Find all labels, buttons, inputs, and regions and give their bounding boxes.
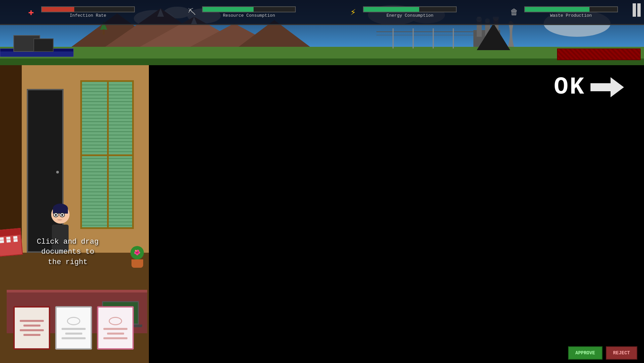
hud-bar: ✚ Infection Rate ⛏ Resource Consumption … (0, 0, 644, 25)
reject-button[interactable]: REJECT (606, 346, 637, 360)
doc2-line1 (62, 328, 85, 330)
door-knob (56, 171, 59, 173)
trash-icon: 🗑 (508, 5, 520, 19)
plant-leaves: 🌺 (130, 246, 144, 259)
waste-production-hud: 🗑 Waste Production (486, 5, 641, 19)
resource-consumption-hud: ⛏ Resource Consumption (164, 5, 318, 19)
doc2-line3 (62, 337, 85, 339)
window-cross-v (107, 82, 109, 228)
char-eye-left (53, 213, 59, 217)
health-icon: ✚ (25, 5, 37, 19)
document-tray (13, 306, 134, 350)
arrow-head (611, 77, 624, 97)
ok-button[interactable]: OK (554, 74, 624, 101)
doc2-line2 (65, 333, 82, 335)
arrow-body (590, 83, 612, 91)
plant: 🌺 (130, 246, 144, 268)
energy-bar-container (363, 6, 457, 12)
energy-consumption-hud: ⚡ Energy Consumption (326, 5, 480, 19)
energy-consumption-label: Energy Consumption (386, 13, 433, 18)
infection-rate-label: Infection Rate (70, 13, 106, 18)
resource-bar-container (202, 6, 296, 12)
infection-rate-hud: ✚ Infection Rate (3, 5, 158, 19)
pause-button[interactable] (633, 3, 641, 17)
lightning-icon: ⚡ (347, 5, 359, 19)
doc1-line4 (23, 334, 40, 336)
ok-arrow-icon (590, 77, 624, 97)
window (80, 80, 134, 229)
infection-bar-container (41, 6, 135, 12)
pause-bar-1 (633, 3, 636, 17)
char-pupil-left (55, 214, 57, 216)
waste-bar-fill (525, 7, 589, 12)
document-1[interactable] (13, 306, 50, 350)
character-hair (53, 204, 68, 214)
infection-bar-fill (42, 7, 74, 12)
doc3-oval (109, 317, 122, 325)
doc1-line3 (20, 329, 43, 331)
resource-bar-fill (203, 7, 254, 12)
calendar-grid (0, 235, 21, 244)
doc2-oval (67, 317, 80, 325)
ok-label[interactable]: OK (554, 74, 585, 101)
pickaxe-icon: ⛏ (186, 5, 198, 19)
dialogue-text: Click and drag documents to the right (37, 237, 99, 268)
document-3[interactable] (97, 306, 134, 350)
doc1-line2 (23, 325, 40, 327)
resource-consumption-label: Resource Consumption (223, 13, 275, 18)
waste-production-label: Waste Production (550, 13, 592, 18)
character-mouth (57, 219, 62, 220)
action-buttons: APPROVE REJECT (568, 346, 637, 360)
doc3-line2 (107, 333, 124, 335)
document-2[interactable] (55, 306, 92, 350)
pause-bar-2 (637, 3, 641, 17)
doc1-line1 (20, 320, 43, 322)
doc3-line1 (103, 328, 127, 330)
char-eye-right (60, 213, 65, 217)
waste-bar-container (524, 6, 618, 12)
energy-bar-fill (364, 7, 419, 12)
character-head (51, 205, 70, 224)
doc3-line3 (103, 337, 127, 339)
char-pupil-right (61, 214, 63, 216)
plant-pot (131, 259, 143, 268)
character-glasses (53, 213, 65, 217)
approve-button[interactable]: APPROVE (568, 346, 603, 360)
calendar (0, 228, 23, 257)
